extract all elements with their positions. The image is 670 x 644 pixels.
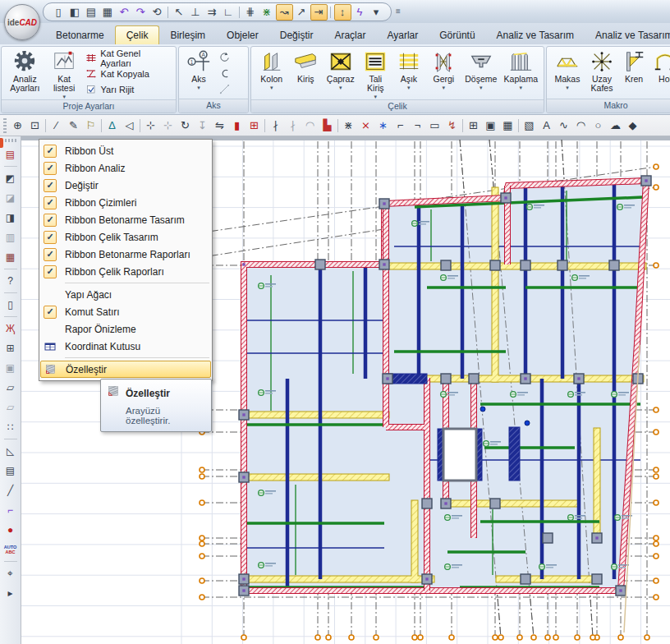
circle-icon[interactable]: ○ xyxy=(590,117,607,134)
snap-node-icon[interactable]: ∗ xyxy=(374,117,392,134)
button-makas[interactable]: Makas▾ xyxy=(549,48,585,99)
button-kat-genel-ayarlar-[interactable]: Kat Genel Ayarları xyxy=(85,50,172,66)
button-kat-kopyala[interactable]: Kat Kopyala xyxy=(85,66,172,81)
auto-dimension-icon[interactable]: ↕ xyxy=(334,4,351,21)
chart-icon[interactable]: ▙ xyxy=(319,117,336,134)
button-gergi[interactable]: Gergi▾ xyxy=(426,48,462,99)
select-similar-icon[interactable]: ◪ xyxy=(2,190,19,206)
zoom-window-icon[interactable]: ⊡ xyxy=(26,117,44,134)
button-kren[interactable]: Kren xyxy=(618,48,649,99)
report-list-icon[interactable]: ▤ xyxy=(2,146,19,163)
button--apraz[interactable]: Çapraz▾ xyxy=(322,48,359,99)
menu-item-rapor-nizleme[interactable]: Rapor Önizleme xyxy=(40,320,211,338)
text-icon[interactable]: A xyxy=(538,117,555,134)
spline-icon[interactable]: ∿ xyxy=(555,117,572,134)
side-toolbar-expander[interactable]: ▸ xyxy=(2,585,19,601)
revision-cloud-icon[interactable]: ◠ xyxy=(301,117,319,134)
button-kiri-[interactable]: Kiriş xyxy=(290,48,323,99)
tab-g-r-nt-[interactable]: Görüntü xyxy=(429,26,485,44)
select-cursor-icon[interactable]: ↖ xyxy=(172,5,187,20)
menu-item-de-i-tir[interactable]: ✓Değiştir xyxy=(40,177,211,194)
grid-snap-icon[interactable]: ⋕ xyxy=(243,5,259,20)
zoom-dynamic-icon[interactable]: ⊕ xyxy=(9,117,26,134)
menu-item-komut-sat-r-[interactable]: ✓Komut Satırı xyxy=(40,303,211,320)
menu-item--zelle-tir[interactable]: Özelleştir xyxy=(40,361,211,378)
button-d-eme[interactable]: Döşeme▾ xyxy=(461,48,500,99)
axis-arc2-icon[interactable] xyxy=(217,67,232,80)
auto-label-icon[interactable]: AUTOABC xyxy=(2,541,19,558)
copy-sheet-icon[interactable]: ⊞ xyxy=(2,340,19,356)
tab-ayarlar[interactable]: Ayarlar xyxy=(376,26,429,44)
toolbar-grip[interactable] xyxy=(3,118,7,133)
save-all-icon[interactable]: ▦ xyxy=(100,5,116,20)
move-icon[interactable]: ⊹ xyxy=(142,117,159,134)
tab--elik[interactable]: Çelik xyxy=(115,25,160,44)
mirror-icon[interactable]: ⇋ xyxy=(211,117,228,134)
button-kaplama[interactable]: Kaplama▾ xyxy=(501,48,541,99)
button-hol[interactable]: Hol xyxy=(649,48,670,99)
app-logo-button[interactable]: ideCAD xyxy=(4,4,40,40)
detail-list-icon[interactable]: ▤ xyxy=(2,462,19,479)
table-select-icon[interactable]: ▦ xyxy=(2,249,19,265)
menu-item-koordinat-kutusu[interactable]: Koordinat Kutusu xyxy=(40,338,211,355)
axis-arc-icon[interactable] xyxy=(217,51,232,65)
arc-angle-icon[interactable]: ◁ xyxy=(121,117,138,134)
measure-pen-icon[interactable]: ∕ xyxy=(48,117,65,134)
corner-icon[interactable]: ∟ xyxy=(221,5,236,20)
image-icon[interactable]: ▧ xyxy=(521,117,538,134)
extend-icon[interactable]: ∤ xyxy=(284,117,301,134)
menu-item-ribbon-elik-tasar-m[interactable]: ✓Ribbon Çelik Tasarım xyxy=(40,228,211,246)
rotate-icon[interactable]: ↻ xyxy=(177,117,194,134)
button-a-k[interactable]: Aşık▾ xyxy=(392,48,426,99)
grid-icon[interactable]: ▦ xyxy=(499,117,516,134)
tab-analiz-ve-tasar-m[interactable]: Analiz ve Tasarım xyxy=(486,26,585,44)
axis-line-icon[interactable] xyxy=(217,82,232,96)
qat-dropdown-icon[interactable]: ▾ xyxy=(369,5,384,20)
tab-de-i-tir[interactable]: Değiştir xyxy=(269,26,324,44)
menu-item-yap-a-ac-[interactable]: Yapı Ağacı xyxy=(40,286,211,303)
magic-wand-icon[interactable]: ↯ xyxy=(443,117,461,134)
save-icon[interactable]: ▤ xyxy=(84,5,99,20)
corner-pin-icon[interactable]: ⌐ xyxy=(2,502,19,518)
button-tali-kiri-[interactable]: TaliKiriş▾ xyxy=(360,48,392,99)
section-icon[interactable]: Җ xyxy=(2,320,19,337)
object-snap-icon[interactable]: ⋇ xyxy=(259,5,275,20)
view-3d-icon[interactable]: ▣ xyxy=(482,117,499,134)
find-icon[interactable]: ⌖ xyxy=(2,565,19,582)
eraser-icon[interactable]: ◺ xyxy=(2,443,19,459)
undo-view-icon[interactable]: ⟲ xyxy=(149,5,165,20)
pen-icon[interactable]: ✎ xyxy=(65,117,82,134)
explode-icon[interactable]: ⋇ xyxy=(340,117,357,134)
quick-run-icon[interactable]: ϟ xyxy=(352,5,368,20)
select-objects-icon[interactable]: ◩ xyxy=(2,170,19,186)
perpendicular-icon[interactable]: ⊥ xyxy=(188,5,204,20)
toolbar-dock-grip[interactable] xyxy=(0,138,3,148)
menu-item-ribbon-st[interactable]: ✓Ribbon Üst xyxy=(40,142,211,159)
menu-item-ribbon-betonarme-raporlar-[interactable]: ✓Ribbon Betonarme Raporları xyxy=(40,246,211,263)
dimension-icon[interactable]: ⊞ xyxy=(465,117,482,134)
snap-track-icon[interactable]: ↝ xyxy=(276,4,293,21)
ortho-snap-icon[interactable]: ⇥ xyxy=(310,4,328,21)
tab-analiz-ve-tasar-m-2[interactable]: Analiz ve Tasarım xyxy=(585,26,670,44)
tab-betonarme[interactable]: Betonarme xyxy=(45,26,115,44)
tab-ara-lar[interactable]: Araçlar xyxy=(324,26,376,44)
document-icon[interactable]: ▯ xyxy=(2,297,19,313)
tab-objeler[interactable]: Objeler xyxy=(216,26,269,44)
select-crossing-icon[interactable]: ▱ xyxy=(2,399,19,416)
arc-icon[interactable]: ◠ xyxy=(572,117,590,134)
button-uzay-kafes[interactable]: UzayKafes xyxy=(585,48,618,99)
open-file-icon[interactable]: ◧ xyxy=(67,5,83,20)
snap-point-icon[interactable]: ↗ xyxy=(294,5,310,20)
paste-icon[interactable]: ▣ xyxy=(2,360,19,376)
fillet-icon[interactable]: ⌐ xyxy=(392,117,409,134)
trim-icon[interactable]: ∤ xyxy=(267,117,284,134)
button-yar-rijit[interactable]: Yarı Rijit xyxy=(85,81,172,97)
points-icon[interactable]: ∷ xyxy=(2,419,19,435)
menu-item-ribbon-betonarme-tasar-m[interactable]: ✓Ribbon Betonarme Tasarım xyxy=(40,211,211,228)
drop-icon[interactable]: ↧ xyxy=(194,117,211,134)
polygon-icon[interactable]: ◆ xyxy=(624,117,641,134)
select-rect-icon[interactable]: ▭ xyxy=(426,117,443,134)
button-aks[interactable]: A1Aks▾ xyxy=(181,48,216,99)
grid-move-icon[interactable]: ⊞ xyxy=(246,117,263,134)
chamfer-icon[interactable]: ¬ xyxy=(409,117,426,134)
